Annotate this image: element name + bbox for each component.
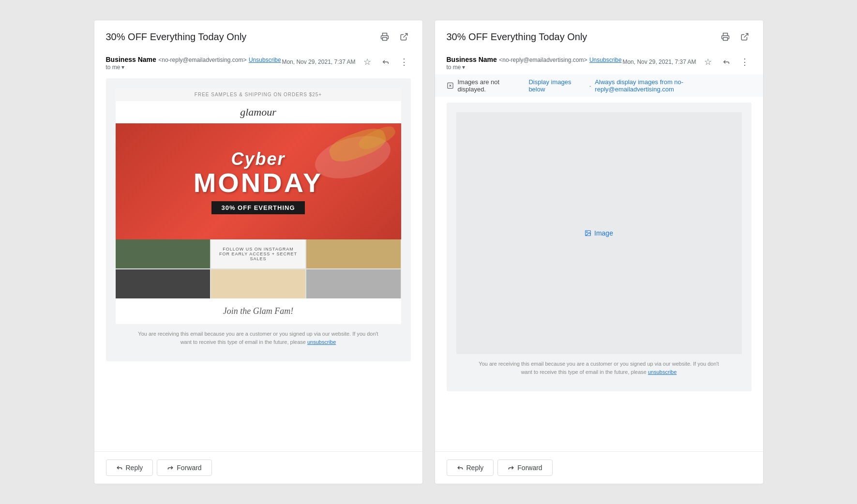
left-email-card-inner: FREE SAMPLES & SHIPPING ON ORDERS $25+ g… <box>116 88 401 324</box>
right-print-button[interactable] <box>719 30 732 44</box>
left-more-button[interactable]: ⋮ <box>397 55 411 69</box>
broken-image-icon <box>585 230 591 237</box>
always-display-link[interactable]: Always display images from no-reply@emai… <box>595 78 751 93</box>
left-join-text: Join the Glam Fam! <box>116 298 401 324</box>
right-star-button[interactable]: ☆ <box>701 55 715 69</box>
left-action-bar: Reply Forward <box>94 451 422 484</box>
left-sender-info: Business Name <no-reply@emailadvertising… <box>106 55 281 71</box>
right-images-warning: Images are not displayed. Display images… <box>435 74 763 97</box>
right-subject-text: 30% OFF Everything Today Only <box>447 31 587 43</box>
left-email-body: FREE SAMPLES & SHIPPING ON ORDERS $25+ g… <box>94 74 422 451</box>
right-sender-info: Business Name <no-reply@emailadvertising… <box>447 55 622 71</box>
left-product-grid: FOLLOW US ON INSTAGRAM FOR EARLY ACCESS … <box>116 239 401 298</box>
svg-rect-0 <box>382 38 387 41</box>
left-top-banner: FREE SAMPLES & SHIPPING ON ORDERS $25+ <box>116 88 401 101</box>
left-star-button[interactable]: ☆ <box>361 55 374 69</box>
right-email-card: Image You are receiving this email becau… <box>447 103 752 391</box>
left-reply-button[interactable]: Reply <box>106 460 153 476</box>
left-external-button[interactable] <box>397 30 411 44</box>
left-to-me[interactable]: to me ▾ <box>106 64 281 71</box>
left-footer-text: You are receiving this email because you… <box>116 324 401 352</box>
image-alt-text: Image <box>594 229 613 237</box>
image-placeholder-content: Image <box>585 229 613 237</box>
right-to-me[interactable]: to me ▾ <box>447 64 622 71</box>
left-timestamp: Mon, Nov 29, 2021, 7:37 AM <box>282 59 355 65</box>
product-cell-5 <box>211 269 305 298</box>
right-footer-text: You are receiving this email because you… <box>456 354 742 382</box>
left-unsubscribe-link[interactable]: Unsubscribe <box>249 57 281 63</box>
cyber-text: Cyber <box>231 149 285 169</box>
left-footer-unsubscribe[interactable]: unsubscribe <box>307 339 336 345</box>
right-timestamp: Mon, Nov 29, 2021, 7:37 AM <box>622 59 696 65</box>
right-image-placeholder: Image <box>456 112 742 354</box>
left-sender-email: <no-reply@emailadvertising.com> <box>158 57 246 63</box>
right-unsubscribe-link[interactable]: Unsubscribe <box>589 57 622 63</box>
left-subject-text: 30% OFF Everything Today Only <box>106 31 247 43</box>
right-forward-button[interactable]: Forward <box>497 460 552 476</box>
product-cell-6 <box>306 269 401 298</box>
product-cell-3 <box>306 239 401 268</box>
left-brand-name: glamour <box>116 101 401 123</box>
left-print-button[interactable] <box>378 30 391 44</box>
svg-line-1 <box>403 33 407 37</box>
off-badge: 30% OFF EVERTHING <box>211 201 304 214</box>
product-cell-1 <box>116 239 210 268</box>
left-forward-button[interactable]: Forward <box>157 460 211 476</box>
right-sender-row: Business Name <no-reply@emailadvertising… <box>435 49 763 74</box>
left-email-panel: 30% OFF Everything Today Only Business N… <box>94 20 423 484</box>
product-cell-4 <box>116 269 210 298</box>
right-sender-meta: Mon, Nov 29, 2021, 7:37 AM ☆ ⋮ <box>622 55 751 69</box>
right-subject-row: 30% OFF Everything Today Only <box>447 30 752 44</box>
display-images-link[interactable]: Display images below <box>528 78 585 93</box>
left-sender-meta: Mon, Nov 29, 2021, 7:37 AM ☆ ⋮ <box>282 55 410 69</box>
svg-rect-2 <box>723 38 727 41</box>
right-footer-unsubscribe[interactable]: unsubscribe <box>648 369 677 375</box>
right-sender-name: Business Name <no-reply@emailadvertising… <box>447 55 622 64</box>
product-cell-2: FOLLOW US ON INSTAGRAM FOR EARLY ACCESS … <box>211 239 305 268</box>
left-email-card: FREE SAMPLES & SHIPPING ON ORDERS $25+ g… <box>106 78 411 361</box>
right-more-button[interactable]: ⋮ <box>738 55 752 69</box>
right-external-button[interactable] <box>738 30 752 44</box>
right-sender-email: <no-reply@emailadvertising.com> <box>499 57 587 63</box>
right-email-body: Image You are receiving this email becau… <box>435 99 763 451</box>
left-reply-icon-button[interactable] <box>379 55 392 69</box>
left-subject-row: 30% OFF Everything Today Only <box>106 30 411 44</box>
left-cyber-monday-banner: Cyber MONDAY 30% OFF EVERTHING <box>116 123 401 239</box>
right-email-header: 30% OFF Everything Today Only <box>435 20 763 49</box>
svg-line-3 <box>744 33 748 37</box>
page-wrapper: 30% OFF Everything Today Only Business N… <box>10 10 847 494</box>
left-sender-row: Business Name <no-reply@emailadvertising… <box>94 49 422 74</box>
right-reply-button[interactable]: Reply <box>447 460 494 476</box>
monday-text: MONDAY <box>194 169 323 196</box>
right-reply-icon-button[interactable] <box>720 55 733 69</box>
right-action-bar: Reply Forward <box>435 451 763 484</box>
left-header-icons <box>378 30 411 44</box>
svg-point-8 <box>586 232 587 233</box>
left-sender-name: Business Name <no-reply@emailadvertising… <box>106 55 281 64</box>
right-header-icons <box>719 30 752 44</box>
images-warning-text: Images are not displayed. <box>457 78 525 93</box>
warning-icon <box>447 82 454 89</box>
left-email-header: 30% OFF Everything Today Only <box>94 20 422 49</box>
right-email-panel: 30% OFF Everything Today Only Business N… <box>435 20 764 484</box>
